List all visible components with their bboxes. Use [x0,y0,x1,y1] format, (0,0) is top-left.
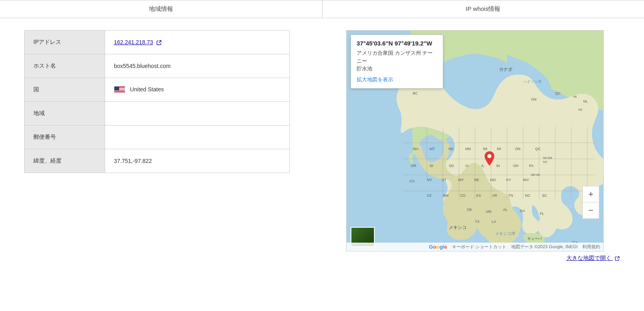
svg-text:OH: OH [513,164,518,168]
svg-text:NH MA: NH MA [543,157,552,159]
table-row: 郵便番号 [25,126,290,149]
table-row: 緯度、経度 37.751,-97.822 [25,149,290,173]
svg-text:AZ: AZ [427,194,431,198]
header-row: 地域情報 IP whois情報 [0,0,644,18]
svg-text:MI: MI [497,147,501,151]
svg-point-72 [487,154,491,158]
content-row: IPアドレス 162.241.218.73 ホスト名 box5545.blueh… [0,18,644,311]
svg-text:ID: ID [429,164,433,168]
external-link-icon [156,40,162,45]
svg-text:NE: NE [474,178,479,182]
open-large-map-label: 大きな地図で開く [566,255,611,261]
terms-link[interactable]: 利用規約 [582,244,600,250]
svg-text:OR: OR [411,164,417,168]
svg-text:BC: BC [413,91,418,95]
value-latlon: 37.751,-97.822 [105,149,290,173]
left-panel: IPアドレス 162.241.218.73 ホスト名 box5545.blueh… [24,30,330,299]
map-zoom-controls: + − [582,186,599,219]
svg-text:TX: TX [475,220,479,224]
svg-text:CO: CO [460,194,465,198]
enlarge-map-link[interactable]: 拡大地図を表示 [357,76,393,82]
label-latlon: 緯度、経度 [25,149,105,173]
svg-text:AR: AR [492,194,497,198]
country-flag [114,86,125,93]
svg-text:SD: SD [449,164,454,168]
geo-title: 地域情報 [149,5,173,12]
svg-text:WI: WI [483,147,487,151]
svg-text:カナダ: カナダ [499,67,513,72]
svg-text:ON: ON [531,97,536,101]
svg-text:QC: QC [555,91,561,95]
country-name: United States [130,86,164,93]
svg-text:ON: ON [515,147,520,151]
table-row: IPアドレス 162.241.218.73 [25,31,290,54]
label-region: 地域 [25,102,105,126]
header-geo: 地域情報 [0,0,322,18]
whois-title: IP whois情報 [466,5,500,12]
label-postal: 郵便番号 [25,126,105,149]
svg-text:ND: ND [448,147,454,151]
svg-text:NL: NL [583,99,588,103]
svg-text:GA: GA [520,209,525,213]
table-row: 国 [25,78,290,102]
keyboard-shortcuts[interactable]: キーボード ショートカット [452,244,506,250]
map-location: アメリカ合衆国 カンザス州 チーニー 貯水池 [357,49,437,73]
svg-text:WA: WA [413,147,419,151]
label-hostname: ホスト名 [25,54,105,78]
latlon-value: 37.751,-97.822 [114,158,152,164]
svg-text:メキシコ湾: メキシコ湾 [495,231,515,236]
table-row: ホスト名 box5545.bluehost.com [25,54,290,78]
svg-text:WV: WV [523,178,529,182]
svg-text:OK: OK [467,208,472,212]
svg-text:QC: QC [535,147,541,151]
info-table: IPアドレス 162.241.218.73 ホスト名 box5545.blueh… [24,30,290,173]
location-line2: 貯水池 [357,66,372,72]
label-ip: IPアドレス [25,31,105,54]
map-pin [483,151,495,166]
ip-address-link[interactable]: 162.241.218.73 [114,39,153,45]
svg-text:メキシコ: メキシコ [449,225,466,230]
right-panel: WA MT ND MN WI MI ON QC OR ID SD IA IL I… [346,30,620,299]
value-region [105,102,290,126]
svg-text:IN: IN [496,164,500,168]
map-container: WA MT ND MN WI MI ON QC OR ID SD IA IL I… [346,30,604,251]
value-country: United States [105,78,290,102]
svg-text:MN: MN [465,147,471,151]
svg-text:TN: TN [508,194,513,198]
open-large-map[interactable]: 大きな地図で開く [346,255,620,262]
svg-text:KY: KY [506,178,511,182]
svg-text:KS: KS [476,194,481,198]
svg-text:WY: WY [458,178,464,182]
page-wrapper: 地域情報 IP whois情報 IPアドレス 162.241.218.73 [0,0,644,311]
zoom-out-button[interactable]: − [583,202,599,218]
map-coords: 37°45'03.6"N 97°49'19.2"W [357,40,437,47]
map-footer: Google キーボード ショートカット 地図データ ©2023 Google,… [347,243,603,251]
svg-text:LA: LA [492,220,496,224]
svg-text:MT: MT [429,147,435,151]
svg-text:NC: NC [525,194,530,198]
hostname-value: box5545.bluehost.com [114,63,171,69]
svg-text:CA: CA [410,179,415,183]
svg-text:MS: MS [486,210,491,214]
external-link-icon-map [615,256,620,261]
svg-text:MD DE: MD DE [531,173,540,176]
value-ip: 162.241.218.73 [105,31,290,54]
header-whois: IP whois情報 [322,0,644,18]
table-row: 地域 [25,102,290,126]
svg-text:PA: PA [529,164,534,168]
zoom-in-button[interactable]: + [583,186,599,202]
label-country: 国 [25,78,105,102]
svg-text:UT: UT [442,178,446,182]
location-line1: アメリカ合衆国 カンザス州 チーニー [357,50,433,64]
svg-text:MO: MO [490,178,496,182]
svg-text:NY: NY [543,160,548,164]
svg-text:ハドソン湾: ハドソン湾 [523,80,541,84]
value-hostname: box5545.bluehost.com [105,54,290,78]
svg-text:AL: AL [503,208,508,212]
svg-text:キューバ: キューバ [527,237,542,241]
svg-text:NM: NM [443,194,448,198]
google-logo: Google [429,244,447,250]
svg-text:NV: NV [427,178,431,182]
value-postal [105,126,290,149]
map-popup: 37°45'03.6"N 97°49'19.2"W アメリカ合衆国 カンザス州 … [351,35,443,89]
